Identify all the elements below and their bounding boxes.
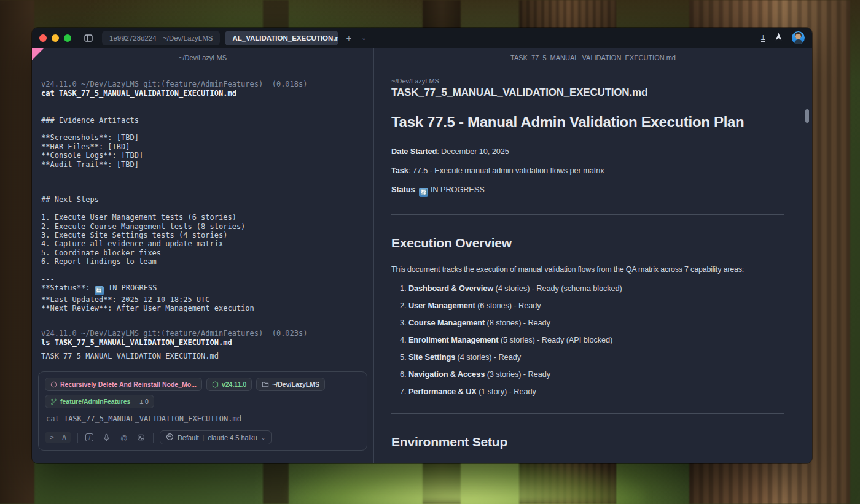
context-badges-row-2: feature/AdminFeatures ± 0 [45, 395, 361, 408]
context-badges-row-1: Recursively Delete And Reinstall Node_Mo… [45, 378, 361, 391]
prompt-meta: v24.11.0 ~/Dev/LazyLMS git:(feature/Admi… [41, 329, 364, 338]
model-pill-divider: | [203, 434, 205, 441]
tab-markdown-file[interactable]: AL_VALIDATION_EXECUTION.md [225, 31, 338, 45]
task-row: Task: 77.5 - Execute manual admin valida… [391, 166, 784, 175]
cwd-label: ~/Dev/LazyLMS [272, 381, 319, 388]
typed-command-args: TASK_77_5_MANUAL_VALIDATION_EXECUTION.md [60, 414, 241, 423]
model-name-label: claude 4.5 haiku [208, 434, 257, 441]
section-heading-environment: Environment Setup [391, 435, 784, 449]
slash-command-icon[interactable]: / [84, 432, 95, 443]
user-avatar[interactable] [792, 31, 805, 44]
breadcrumb: ~/Dev/LazyLMS [391, 77, 784, 85]
attach-image-icon[interactable] [136, 432, 147, 443]
overview-intro: This document tracks the execution of ma… [391, 265, 784, 274]
terminal-scrollback: v24.11.0 ~/Dev/LazyLMS git:(feature/Admi… [32, 80, 373, 360]
toolbar-divider [153, 433, 154, 443]
meta-colon: : [415, 185, 420, 194]
markdown-preview-pane: TASK_77_5_MANUAL_VALIDATION_EXECUTION.md… [374, 48, 812, 463]
git-branch-icon [50, 398, 57, 405]
meta-value: : December 10, 2025 [437, 147, 509, 156]
task-badge[interactable]: Recursively Delete And Reinstall Node_Mo… [45, 378, 202, 391]
task-badge-label: Recursively Delete And Reinstall Node_Mo… [60, 381, 197, 388]
input-mode-toggle: >_ A [45, 432, 71, 443]
badge-divider [135, 398, 135, 405]
status-prefix: **Status**: [41, 284, 95, 292]
zoom-button[interactable] [64, 34, 71, 42]
list-item: 4. Enrollment Management (5 stories) - R… [400, 335, 784, 344]
capability-list: 1. Dashboard & Overview (4 stories) - Re… [391, 284, 784, 396]
typed-command: cat [46, 414, 60, 423]
command-text[interactable]: cat TASK_77_5_MANUAL_VALIDATION_EXECUTIO… [41, 89, 364, 98]
warp-logo-icon[interactable] [774, 32, 783, 44]
list-item: 5. Site Settings (4 stories) - Ready [400, 352, 784, 362]
terminal-block-ls: v24.11.0 ~/Dev/LazyLMS git:(feature/Admi… [41, 329, 364, 360]
horizontal-rule [391, 214, 784, 215]
status-line: **Status**: 🔄 IN PROGRESS [41, 284, 364, 295]
microphone-icon[interactable] [101, 432, 112, 443]
meta-label: Status [391, 185, 415, 194]
circle-icon [50, 381, 57, 388]
command-input-block: Recursively Delete And Reinstall Node_Mo… [38, 371, 367, 451]
tab-dropdown-icon[interactable]: ⌄ [359, 35, 369, 41]
git-branch-badge[interactable]: feature/AdminFeatures ± 0 [45, 395, 154, 408]
command-text[interactable]: ls TASK_77_5_MANUAL_VALIDATION_EXECUTION… [41, 338, 364, 347]
window-controls [39, 34, 71, 42]
bookmark-corner [32, 48, 44, 60]
folder-icon [262, 381, 269, 388]
horizontal-rule [391, 413, 784, 414]
meta-label: Date Started [391, 147, 437, 156]
command-input-line[interactable]: cat TASK_77_5_MANUAL_VALIDATION_EXECUTIO… [46, 414, 359, 423]
command-output: **Last Updated**: 2025-12-10 18:25 UTC *… [41, 295, 364, 313]
list-item: 6. Navigation & Access (3 stories) - Rea… [400, 370, 784, 379]
meta-value: : 77.5 - Execute manual admin validation… [408, 166, 604, 175]
window-content: ~/Dev/LazyLMS v24.11.0 ~/Dev/LazyLMS git… [32, 48, 812, 463]
tab-session[interactable]: 1e992728d224 - ~/Dev/LazyLMS [102, 31, 220, 45]
prompt-meta: v24.11.0 ~/Dev/LazyLMS git:(feature/Admi… [41, 80, 364, 88]
terminal-prompt-icon[interactable]: >_ [50, 433, 58, 441]
close-button[interactable] [39, 34, 47, 42]
plus-minus-icon[interactable]: ± [761, 34, 765, 42]
tabbar-right: ± [761, 31, 805, 44]
tree-trunk [0, 0, 34, 504]
file-title: TASK_77_5_MANUAL_VALIDATION_EXECUTION.md [391, 87, 784, 99]
tab-label: AL_VALIDATION_EXECUTION.md [232, 34, 338, 42]
meta-label: Task [391, 166, 408, 175]
date-started-row: Date Started: December 10, 2025 [391, 147, 784, 156]
in-progress-icon: 🔄 [95, 286, 104, 295]
input-toolbar: >_ A / @ [45, 430, 361, 444]
minimize-button[interactable] [52, 34, 59, 42]
new-tab-button[interactable]: + [343, 33, 354, 42]
ai-model-icon [166, 433, 174, 442]
hexagon-node-icon [212, 381, 219, 388]
toolbar-divider [77, 433, 78, 443]
sidebar-toggle-icon[interactable] [82, 32, 95, 44]
node-version-badge[interactable]: v24.11.0 [206, 378, 252, 391]
tab-label: 1e992728d224 - ~/Dev/LazyLMS [109, 34, 213, 42]
preview-pane-header: TASK_77_5_MANUAL_VALIDATION_EXECUTION.md [374, 48, 812, 68]
git-diff-count: ± 0 [139, 398, 149, 405]
cwd-badge[interactable]: ~/Dev/LazyLMS [256, 378, 325, 391]
status-row: Status: 🔄 IN PROGRESS [391, 185, 784, 197]
command-output: TASK_77_5_MANUAL_VALIDATION_EXECUTION.md [41, 352, 364, 360]
terminal-pane-header: ~/Dev/LazyLMS [32, 48, 373, 68]
doc-title: Task 77.5 - Manual Admin Validation Exec… [391, 114, 784, 131]
model-selector[interactable]: Default | claude 4.5 haiku ⌄ [160, 430, 272, 444]
model-mode-label: Default [178, 434, 199, 441]
status-text: IN PROGRESS [104, 284, 157, 292]
scrollbar-thumb[interactable] [805, 109, 809, 123]
tab-bar: 1e992728d224 - ~/Dev/LazyLMS AL_VALIDATI… [32, 28, 812, 48]
list-item: 3. Course Management (8 stories) - Ready [400, 318, 784, 327]
list-item: 2. User Management (6 stories) - Ready [400, 301, 784, 310]
section-heading-overview: Execution Overview [391, 236, 784, 250]
terminal-pane: ~/Dev/LazyLMS v24.11.0 ~/Dev/LazyLMS git… [32, 48, 373, 463]
markdown-document: ~/Dev/LazyLMS TASK_77_5_MANUAL_VALIDATIO… [374, 68, 812, 463]
node-version-label: v24.11.0 [222, 381, 246, 388]
chevron-down-icon: ⌄ [261, 435, 266, 441]
git-branch-label: feature/AdminFeatures [60, 398, 130, 405]
warp-ai-icon[interactable]: A [62, 433, 66, 441]
terminal-block-cat: v24.11.0 ~/Dev/LazyLMS git:(feature/Admi… [41, 80, 364, 313]
warp-terminal-window: 1e992728d224 - ~/Dev/LazyLMS AL_VALIDATI… [32, 28, 812, 463]
mention-icon[interactable]: @ [119, 432, 130, 443]
in-progress-icon: 🔄 [419, 188, 428, 197]
list-item: 1. Dashboard & Overview (4 stories) - Re… [400, 284, 784, 293]
